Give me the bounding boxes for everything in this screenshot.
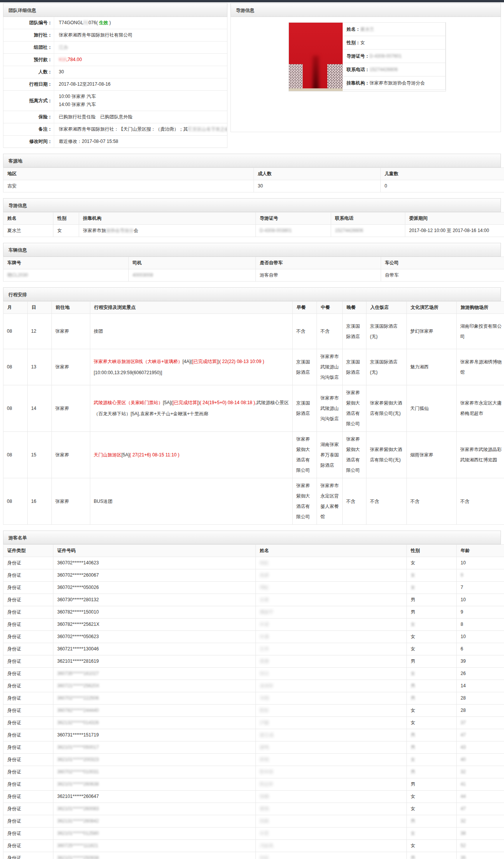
itin-month: 08: [3, 385, 28, 432]
scenic-spot-link[interactable]: ( 22(22) 08-13 10:09 ): [219, 359, 264, 364]
guide-col-phone: 联系电话: [331, 212, 405, 225]
insurance-value: 已购旅行社责任险 已购团队意外险: [54, 111, 227, 123]
tourist-row: 身份证 362101******050017 谢鸣 男 43: [3, 741, 504, 754]
tourist-name-text: 袁传军: [260, 683, 274, 688]
tourist-sex: 男: [407, 741, 457, 754]
note-row: 备注： 张家界湘西青年国际旅行社：【天门山景区报：（龚治尧）；其它京区山名字发之…: [3, 123, 227, 136]
arrival-row: 抵离方式： 10:00 张家界 汽车 14:00 张家界 汽车: [3, 91, 227, 111]
note-label: 备注：: [3, 123, 54, 135]
itin-day: 15: [28, 432, 52, 478]
tourist-docno-text: 360721******25620X: [57, 683, 99, 688]
tourist-name: 吴妍: [256, 569, 407, 582]
tourist-docno-text: 360702******260067: [57, 572, 99, 578]
source-area: 吉安: [3, 180, 254, 192]
tourist-docno-text: 360721******130046: [57, 646, 99, 652]
tourist-name: 许诺: [256, 619, 407, 631]
vehicle-col-driver: 司机: [129, 257, 256, 269]
guide-info-title: 导游信息: [230, 3, 501, 17]
note-text-blurred: 它京区山名字发之处理: [188, 126, 227, 132]
team-no-suffix: 076(: [88, 20, 98, 25]
tourist-row: 身份证 360730******280132 文星 男 10: [3, 594, 504, 606]
tourist-age-text: 28: [461, 695, 466, 701]
guide-info-panel: 导游信息 姓名：夏水兰 性别：女 导游证号：D-4308-007601 联系电话…: [230, 3, 501, 132]
tourist-age: 43: [457, 741, 504, 754]
itin-show: 天门狐仙: [407, 385, 457, 432]
tourist-doctype: 身份证: [3, 619, 53, 631]
itin-lunch: 不含: [317, 314, 343, 349]
tourist-name-text: 郭彤: [260, 708, 269, 713]
guide-org-field: 挂靠机构：张家界市旅游协会导游分会: [342, 76, 446, 90]
itin-dinner: 不含: [343, 478, 366, 525]
team-no-row: 团队编号： T74GONGL01076(生效): [3, 17, 227, 29]
tourist-age: 28: [457, 705, 504, 717]
tourist-name-text: 何虹: [260, 560, 269, 565]
scenic-spot-link[interactable]: [已完成结算]: [172, 400, 198, 405]
itin-plan: 张家界大峡谷旅游区B线（大峡谷+玻璃桥）[4A]([已完成结算])( 22(22…: [90, 349, 293, 385]
tourist-docno-text: 360702******010031: [57, 769, 99, 774]
tourist-age: 10: [457, 594, 504, 606]
guide-fields: 姓名：夏水兰 性别：女 导游证号：D-4308-007601 联系电话：1527…: [343, 23, 446, 91]
itinerary-table: 月 日 前往地 行程安排及浏览景点 早餐 中餐 晚餐 入住饭店 文化演艺场所 旅…: [3, 301, 504, 525]
tourist-name-text: 刘洁: [260, 671, 269, 676]
tourist-name-text: 谢鸣: [260, 745, 269, 750]
page-top-strip: [0, 0, 504, 2]
tourist-docno: 360731******151719: [53, 729, 256, 741]
guide-row-org: 张家界市旅游协会导游分会: [79, 225, 256, 237]
tourist-doctype: 身份证: [3, 729, 53, 741]
tourist-sex-text: 男: [411, 769, 415, 774]
tourist-age: 52: [457, 840, 504, 852]
tourist-sex: 女: [407, 840, 457, 852]
guide-row: 夏水兰 女 张家界市旅游协会导游分会 D-4308-003801 1527442…: [3, 225, 504, 237]
note-text: 张家界湘西青年国际旅行社：【天门山景区报：（龚治尧）；其: [59, 126, 188, 132]
tourist-docno-text: 360725******111821: [57, 843, 98, 848]
scenic-spot-link[interactable]: ( 27(21+6) 08-15 11:10 ): [129, 452, 179, 458]
vehicle-col-plate: 车牌号: [3, 257, 129, 269]
scenic-spot-link[interactable]: 武陵源核心景区（吴家峪门票站）: [94, 400, 163, 405]
tourist-age-text: 10: [461, 634, 466, 639]
tourist-sex-text: 女: [411, 831, 415, 836]
arrival-value: 10:00 张家界 汽车 14:00 张家界 汽车: [54, 91, 227, 111]
tourist-name: 刘洁: [256, 668, 407, 680]
itin-month: 08: [3, 314, 28, 349]
tourist-sex-text: 男: [411, 818, 415, 824]
tourist-docno-text: 362101******260083: [57, 806, 99, 811]
scenic-spot-link[interactable]: [已完成结算]: [192, 359, 218, 364]
scenic-spot-link[interactable]: ( 24(19+5+0) 08-14 08:18 ): [200, 400, 255, 405]
itin-breakfast: 张家界紫御大酒店有限公司: [293, 478, 317, 525]
tourist-sex-text: 女: [411, 671, 415, 676]
plan-text: [4A](: [182, 359, 192, 364]
tourist-age: 38: [457, 827, 504, 840]
tourist-name-text: 郭丰田: [260, 769, 274, 774]
tourist-age-text: 43: [461, 745, 466, 750]
vehicle-driver-text: 40003008: [133, 272, 153, 278]
source-table: 地区 成人数 儿童数 吉安 30 0: [3, 167, 504, 192]
tourist-docno: 360782******244440: [53, 705, 256, 717]
tourist-docno: 360721******25620X: [53, 680, 256, 692]
vehicle-col-selfdrive: 是否自带车: [256, 257, 381, 269]
guide-org-label: 挂靠机构：: [346, 80, 370, 86]
tourist-sex-text: 女: [411, 843, 415, 848]
agency-label: 旅行社：: [3, 29, 54, 41]
tourist-age: 10: [457, 631, 504, 643]
tourist-name: 谢立成: [256, 729, 407, 741]
tourist-col-docno: 证件号码: [53, 545, 256, 557]
itin-dinner: 张家界紫御大酒店有限公司: [343, 385, 366, 432]
prepay-label: 预付款：: [3, 54, 54, 66]
tourist-sex-text: 女: [411, 622, 415, 627]
prepay-row: 预付款： ¥16,784.00: [3, 54, 227, 66]
tourist-name: 沪丽: [256, 717, 407, 729]
headcount-label: 人数：: [3, 66, 54, 78]
tourist-sex-text: 女: [411, 560, 415, 565]
tourist-sex: 女: [407, 582, 457, 594]
tourist-row: 身份证 360731******151719 谢立成 男 47: [3, 729, 504, 741]
tourist-age: 39: [457, 655, 504, 668]
tourist-docno: 360702******222506: [53, 692, 256, 705]
scenic-spot-link[interactable]: 张家界大峡谷旅游区B线（大峡谷+玻璃桥）: [94, 359, 182, 364]
tourist-sex-text: 女: [411, 720, 415, 725]
guide-table: 姓名 性别 挂靠机构 导游证号 联系电话 委派期间 夏水兰 女 张家界市旅游协会…: [3, 212, 504, 237]
tourist-sex-text: 女: [411, 585, 415, 590]
tourist-name-text: 潘政宇: [260, 609, 274, 615]
itinerary-row: 08 14 张家界 武陵源核心景区（吴家峪门票站）[5A]([已完成结算])( …: [3, 385, 504, 432]
itin-lunch: 张家界市永定区背篓人家餐馆: [317, 478, 343, 525]
scenic-spot-link[interactable]: 天门山旅游区: [94, 452, 121, 458]
